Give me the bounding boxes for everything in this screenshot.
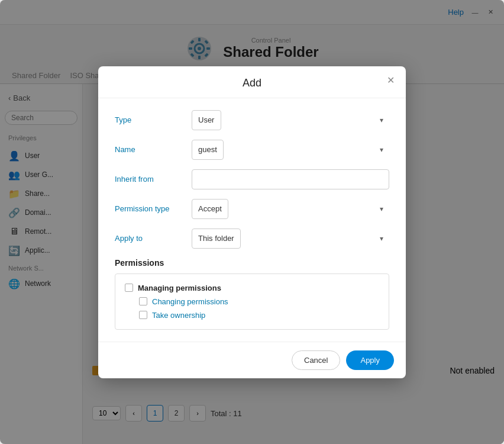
managing-permissions-label: Managing permissions [138, 284, 221, 292]
take-ownership-checkbox[interactable] [139, 311, 147, 319]
apply-button[interactable]: Apply [346, 350, 394, 370]
managing-permissions-checkbox[interactable] [125, 284, 133, 292]
app-window: Help — ✕ [0, 0, 504, 444]
dialog-header: Add ✕ [98, 66, 406, 98]
apply-to-select-wrapper: This folder [192, 229, 389, 249]
name-label: Name [115, 145, 192, 154]
take-ownership-row: Take ownership [125, 308, 379, 322]
apply-to-select[interactable]: This folder [192, 229, 241, 249]
dialog-close-button[interactable]: ✕ [385, 75, 396, 86]
app-inner: Help — ✕ [0, 0, 504, 444]
apply-to-label: Apply to [115, 234, 192, 243]
permission-type-label: Permission type [115, 204, 192, 213]
inherit-input[interactable] [192, 169, 389, 189]
changing-permissions-row: Changing permissions [125, 295, 379, 308]
inherit-label: Inherit from [115, 175, 192, 184]
permission-type-select-wrapper: Accept [192, 199, 389, 219]
dialog-body: Type User Name guest [98, 98, 406, 342]
managing-permissions-row: Managing permissions [125, 281, 379, 295]
take-ownership-label: Take ownership [152, 311, 205, 320]
apply-to-row: Apply to This folder [115, 229, 389, 249]
add-dialog: Add ✕ Type User Na [98, 66, 406, 378]
name-select-wrapper: guest [192, 140, 389, 160]
type-row: Type User [115, 110, 389, 130]
changing-permissions-label: Changing permissions [152, 297, 228, 306]
modal-overlay: Add ✕ Type User Na [0, 0, 504, 444]
permissions-section-label: Permissions [115, 258, 389, 268]
permission-type-select[interactable]: Accept [192, 199, 228, 219]
name-row: Name guest [115, 140, 389, 160]
type-select-wrapper: User [192, 110, 389, 130]
type-label: Type [115, 115, 192, 124]
dialog-title: Add [243, 77, 261, 89]
changing-permissions-checkbox[interactable] [139, 297, 147, 305]
permission-type-row: Permission type Accept [115, 199, 389, 219]
cancel-button[interactable]: Cancel [292, 350, 340, 370]
name-select[interactable]: guest [192, 140, 224, 160]
inherit-row: Inherit from [115, 169, 389, 189]
dialog-footer: Cancel Apply [98, 342, 406, 378]
permissions-box: Managing permissions Changing permission… [115, 274, 389, 330]
type-select[interactable]: User [192, 110, 221, 130]
